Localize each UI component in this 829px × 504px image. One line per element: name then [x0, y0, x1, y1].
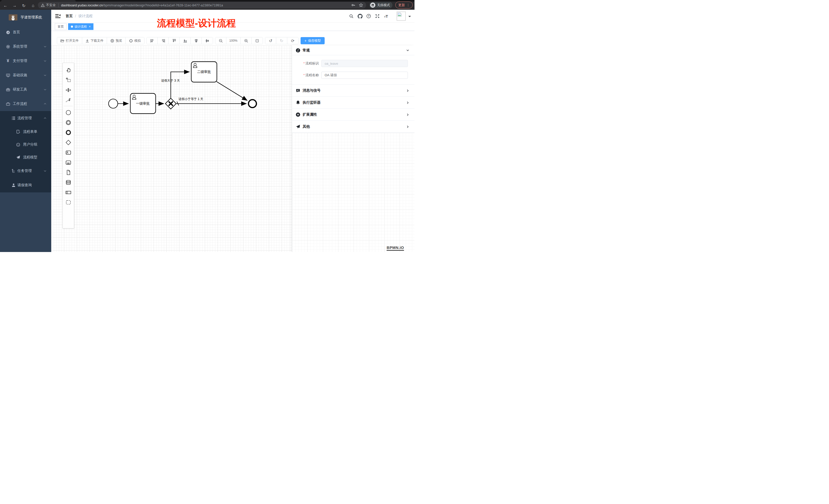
section-label: 扩展属性 — [302, 112, 317, 117]
browser-menu-icon[interactable]: ⋮ — [406, 3, 410, 7]
user-task-level2[interactable]: 二级审批 — [191, 62, 217, 82]
section-execution-listener[interactable]: 执行监听器 — [292, 97, 414, 109]
bookmark-star-icon[interactable] — [359, 3, 363, 7]
align-top-button[interactable] — [169, 37, 180, 44]
forward-button[interactable]: → — [11, 2, 18, 9]
tab-home[interactable]: 首页 — [55, 23, 67, 30]
sidebar-item-label: 用户分组 — [23, 142, 37, 147]
sidebar-item-process-form[interactable]: 流程表单 — [0, 125, 51, 138]
undo-button[interactable]: ↺ — [265, 37, 276, 44]
update-button[interactable]: 更新 ⋮ — [395, 2, 413, 8]
sidebar-item-process-model[interactable]: 流程模型 — [0, 151, 51, 164]
home-button[interactable]: ⌂ — [30, 2, 36, 9]
align-middle-button[interactable] — [202, 37, 213, 44]
sidebar-item-workflow[interactable]: 工作流程 — [0, 97, 51, 111]
reset-button[interactable]: ⟳ — [287, 37, 298, 44]
create-participant[interactable] — [65, 187, 72, 197]
user-task-level1[interactable]: 一级审批 — [130, 93, 156, 114]
sidebar-item-system[interactable]: 系统管理 — [0, 39, 51, 54]
avatar[interactable] — [397, 11, 406, 21]
breadcrumb-current: 设计流程 — [78, 14, 93, 18]
create-data-store[interactable] — [65, 177, 72, 187]
back-button[interactable]: ← — [2, 2, 9, 9]
chevron-down-icon — [43, 88, 46, 91]
create-subprocess[interactable] — [65, 157, 72, 167]
font-size-icon[interactable]: TT — [383, 13, 389, 19]
help-icon[interactable]: ? — [366, 13, 371, 19]
avatar-dropdown-caret[interactable] — [408, 16, 411, 18]
zoom-level-value: 100% — [229, 39, 238, 42]
align-bottom-button[interactable] — [180, 37, 191, 44]
redo-button[interactable]: ↻ — [276, 37, 287, 44]
chevron-down-icon — [406, 49, 409, 52]
zoom-in-button[interactable] — [241, 37, 252, 44]
breadcrumb-separator: / — [75, 14, 76, 18]
close-icon[interactable]: × — [89, 25, 91, 28]
hand-tool[interactable] — [65, 65, 72, 75]
breadcrumb-home[interactable]: 首页 — [66, 14, 73, 18]
section-label: 消息与信号 — [302, 88, 321, 93]
github-icon[interactable] — [357, 13, 363, 19]
section-general[interactable]: 常规 — [292, 45, 414, 55]
plus-icon: + — [304, 39, 307, 43]
tab-design-process[interactable]: 设计流程 × — [68, 23, 94, 30]
browser-tabstrip — [0, 0, 414, 2]
security-label[interactable]: 不安全 — [46, 3, 56, 7]
sidebar-item-devtools[interactable]: 研发工具 — [0, 82, 51, 97]
space-tool[interactable] — [65, 85, 72, 95]
end-event[interactable] — [249, 100, 256, 108]
save-model-button[interactable]: + 保存模型 — [300, 37, 325, 44]
password-key-icon[interactable] — [351, 3, 355, 7]
download-file-button[interactable]: 下载文件 — [82, 37, 107, 44]
fit-viewport-button[interactable] — [252, 37, 263, 44]
url-domain: dashboard.yudao.iocoder.cn — [61, 3, 103, 7]
create-start-event[interactable] — [65, 108, 72, 117]
bpmn-io-watermark[interactable]: BPMN.iO — [387, 245, 404, 251]
chevron-down-icon — [43, 169, 46, 172]
open-file-button[interactable]: 打开文件 — [57, 37, 82, 44]
flow-gateway-to-task2[interactable] — [171, 72, 189, 98]
flow-label-le1[interactable]: 请假小于等于 1 天 — [178, 97, 203, 101]
sidebar-toggle[interactable] — [55, 13, 61, 19]
field-process-key: *流程标识 — [292, 60, 408, 67]
address-bar[interactable]: 不安全 dashboard.yudao.iocoder.cn/bpm/manag… — [38, 2, 366, 8]
breadcrumb: 首页 / 设计流程 — [66, 10, 93, 23]
sidebar-item-payment[interactable]: ¥ 支付管理 — [0, 54, 51, 68]
align-right-button[interactable] — [158, 37, 169, 44]
exclusive-gateway[interactable] — [166, 98, 176, 109]
fullscreen-icon[interactable] — [374, 13, 380, 19]
simulate-button[interactable]: 模拟 — [126, 37, 144, 44]
app-logo[interactable]: 芋道管理系统 — [0, 10, 51, 25]
create-user-task[interactable] — [65, 147, 72, 157]
sidebar-item-home[interactable]: 首页 — [0, 25, 51, 39]
section-extended-attributes[interactable]: 扩展属性 — [292, 109, 414, 121]
zoom-out-button[interactable] — [215, 37, 226, 44]
sidebar-item-user-group[interactable]: 用户分组 — [0, 138, 51, 151]
create-gateway[interactable] — [65, 138, 72, 147]
start-event[interactable] — [109, 99, 118, 108]
chevron-right-icon — [406, 101, 409, 104]
sidebar-item-label: 支付管理 — [13, 59, 27, 63]
sidebar-item-process-management[interactable]: 流程管理 — [0, 111, 51, 125]
flow-task2-to-end[interactable] — [217, 82, 247, 101]
simulate-label: 模拟 — [135, 39, 141, 43]
create-end-event[interactable] — [65, 127, 72, 138]
preview-button[interactable]: 预览 — [107, 37, 126, 44]
section-label: 执行监听器 — [302, 100, 321, 105]
create-intermediate-event[interactable] — [65, 117, 72, 127]
sidebar-item-task-management[interactable]: 任务管理 — [0, 164, 51, 178]
create-group[interactable] — [65, 197, 72, 207]
create-data-object[interactable] — [65, 167, 72, 177]
global-connect-tool[interactable] — [65, 95, 72, 105]
align-left-button[interactable] — [147, 37, 158, 44]
flow-label-gt3[interactable]: 请假大于 3 天 — [161, 79, 180, 82]
sidebar-item-infrastructure[interactable]: 基础设施 — [0, 68, 51, 82]
section-message-signal[interactable]: 消息与信号 — [292, 85, 414, 97]
search-icon[interactable] — [349, 13, 354, 19]
lasso-tool[interactable] — [65, 75, 72, 85]
process-name-input[interactable] — [321, 72, 408, 79]
reload-button[interactable]: ↻ — [21, 2, 27, 9]
sidebar-item-leave-query[interactable]: 请假查询 — [0, 178, 51, 192]
align-center-button[interactable] — [191, 37, 202, 44]
section-other[interactable]: 其他 — [292, 121, 414, 133]
